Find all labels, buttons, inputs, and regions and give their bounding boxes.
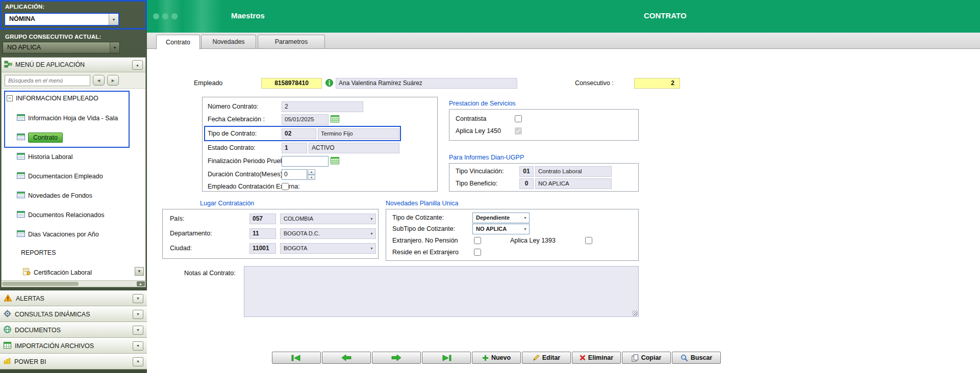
window-dot[interactable] [162,13,168,19]
extranjero-checkbox[interactable] [474,237,481,244]
previous-record-button[interactable] [322,352,371,364]
ciudad-code-field[interactable]: 11001 [249,243,276,254]
section-consultas-dinamicas[interactable]: CONSULTAS DINÁMICAS ▼ [0,306,147,322]
tab-novedades[interactable]: Novedades [201,35,256,48]
departamento-code-field[interactable]: 11 [249,228,276,239]
sidebar-item-certificacion-laboral[interactable]: Certificación Laboral [23,268,92,277]
buscar-button[interactable]: Buscar [672,352,721,364]
consecutive-group-value: NO APLICA [7,44,41,51]
sidebar-item-label: Dias Vacaciones por Año [28,231,99,238]
last-record-button[interactable] [422,352,471,364]
application-label: APLICACIÓN: [5,4,45,10]
section-power-bi[interactable]: POWER BI ▼ [0,354,147,369]
tree-horizontal-scrollbar[interactable]: ► [2,280,145,287]
search-prev-button[interactable]: ◄ [93,75,105,86]
pais-label: País: [170,214,185,224]
resize-grip-icon[interactable] [632,310,638,316]
sidebar-item-historia-laboral[interactable]: Historia Laboral [17,153,73,161]
sidebar-item-contrato[interactable]: Contrato [17,132,63,143]
sidebar-item-documentacion-empleado[interactable]: Documentacion Empleado [17,172,103,180]
tipo-vinculacion-code-field[interactable]: 01 [519,166,534,177]
copiar-button[interactable]: Copiar [622,352,671,364]
spinner-arrows[interactable]: ▲ ▼ [308,169,315,180]
fecha-celebracion-field[interactable]: 05/01/2025 [282,114,329,125]
scroll-right-button[interactable]: ► [137,281,145,286]
empleado-id-field[interactable]: 8158978410 [261,78,322,89]
section-expand-button[interactable]: ▼ [133,357,143,366]
section-alertas[interactable]: ALERTAS ▼ [0,290,147,306]
scrollbar-thumb[interactable] [2,282,79,286]
chevron-down-icon[interactable]: ▼ [370,244,373,253]
planilla-panel: Tipo de Cotizante: Dependiente ▼ SubTipo… [386,209,639,261]
sidebar-item-novedades-de-fondos[interactable]: Novedades de Fondos [17,192,92,200]
tab-contrato[interactable]: Contrato [156,35,200,49]
notas-textarea[interactable] [244,266,639,317]
subtipo-cotizante-select[interactable]: NO APLICA ▼ [472,224,530,234]
chevron-down-icon[interactable]: ▼ [523,213,527,223]
info-icon[interactable] [325,79,333,88]
contratista-checkbox[interactable] [515,115,522,122]
menu-search-input[interactable] [5,75,90,86]
section-expand-button[interactable]: ▼ [133,310,143,319]
ley1393-checkbox[interactable] [585,237,592,244]
section-label: DOCUMENTOS [15,327,129,334]
chevron-down-icon[interactable]: ▼ [109,14,118,25]
duracion-meses-spinner[interactable]: 0 [282,169,307,180]
finalizacion-periodo-field[interactable] [282,156,329,167]
dian-panel: Tipo Vinculación: 01 Contrato Laboral Ti… [449,163,639,192]
chevron-down-icon[interactable]: ▼ [110,42,119,53]
next-record-button[interactable] [372,352,421,364]
tipo-contrato-code-field[interactable]: 02 [282,128,316,139]
buscar-button-label: Buscar [691,354,712,361]
tree-root-informacion-empleado[interactable]: − INFORMACION EMPLEADO [7,95,98,102]
next-record-icon [391,354,401,361]
chevron-down-icon[interactable]: ▼ [370,214,373,224]
tree-scroll-down-button[interactable]: ▼ [135,267,144,276]
chevron-down-icon[interactable]: ▼ [370,229,373,238]
menu-collapse-button[interactable]: ▲ [132,60,143,70]
calendar-icon[interactable] [331,156,340,166]
sidebar-item-reportes[interactable]: REPORTES [21,249,56,256]
application-select[interactable]: NÓMINA ▼ [4,13,119,26]
form-icon [17,153,25,161]
consecutive-group-select[interactable]: NO APLICA ▼ [3,42,120,54]
window-dot[interactable] [171,13,178,19]
notas-label: Notas al Contrato: [184,268,236,279]
estado-contrato-nombre-field: ACTIVO [309,143,399,153]
section-importacion-archivos[interactable]: IMPORTACIÓN ARCHIVOS ▼ [0,338,147,354]
plus-icon [482,355,489,361]
consecutivo-field[interactable]: 2 [634,78,680,89]
section-expand-button[interactable]: ▼ [133,341,143,351]
spinner-up-icon[interactable]: ▲ [308,169,315,175]
pencil-icon [533,354,540,361]
tree-expander-icon[interactable]: − [7,95,13,101]
departamento-select[interactable]: BOGOTA D.C. ▼ [280,228,376,239]
first-record-button[interactable] [272,352,321,364]
sidebar-item-documentos-relacionados[interactable]: Documentos Relacionados [17,211,104,219]
reside-extranjero-checkbox[interactable] [474,249,481,256]
section-expand-button[interactable]: ▼ [133,326,143,335]
spinner-down-icon[interactable]: ▼ [308,175,315,180]
pais-select[interactable]: COLOMBIA ▼ [280,214,376,224]
editar-button[interactable]: Editar [522,352,571,364]
chevron-down-icon[interactable]: ▼ [523,224,527,234]
window-dot[interactable] [153,13,159,19]
pais-code-field[interactable]: 057 [249,214,276,224]
section-expand-button[interactable]: ▼ [133,294,143,303]
calendar-icon[interactable] [331,115,340,124]
nuevo-button[interactable]: Nuevo [472,352,521,364]
tipo-cotizante-select[interactable]: Dependiente ▼ [472,212,530,223]
numero-contrato-field: 2 [282,101,363,112]
search-next-button[interactable]: ► [107,75,119,86]
contratacion-externa-checkbox[interactable] [282,183,289,190]
sidebar-item-dias-vacaciones[interactable]: Dias Vacaciones por Año [17,230,99,238]
sidebar-item-informacion-hoja-de-vida[interactable]: Información Hoja de Vida - Sala [17,114,118,122]
tipo-beneficio-code-field[interactable]: 0 [519,178,534,189]
sidebar-item-label: REPORTES [21,249,56,256]
sidebar-item-label: Documentacion Empleado [28,173,103,180]
tipo-contrato-nombre-field[interactable]: Termino Fijo [318,128,399,139]
ciudad-select[interactable]: BOGOTA ▼ [280,243,376,254]
tab-parametros[interactable]: Parametros [258,35,325,48]
section-documentos[interactable]: DOCUMENTOS ▼ [0,322,147,338]
eliminar-button[interactable]: Eliminar [572,352,621,364]
